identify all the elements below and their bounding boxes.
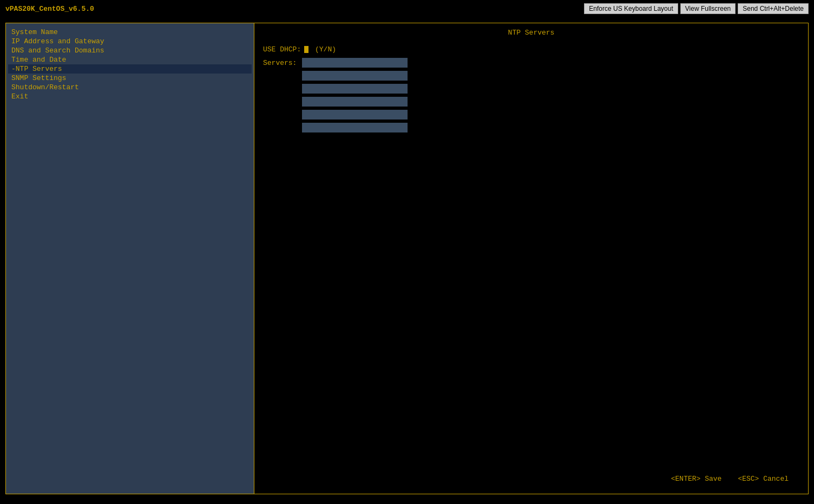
server-input-2[interactable] [302,71,408,81]
server-input-3[interactable] [302,84,408,94]
right-panel: NTP Servers USE DHCP: (Y/N) Servers: [254,23,809,494]
send-ctrl-alt-del-button[interactable]: Send Ctrl+Alt+Delete [738,3,809,14]
use-dhcp-row: USE DHCP: (Y/N) [263,45,799,54]
dhcp-cursor [304,46,308,53]
right-panel-title: NTP Servers [263,29,799,37]
main-content: System Name IP Address and Gateway DNS a… [0,17,814,500]
top-bar: vPAS20K_CentOS_v6.5.0 Enforce US Keyboar… [0,0,814,17]
servers-label: Servers: [263,59,297,67]
use-dhcp-value: (Y/N) [311,45,336,54]
menu-item-time-date[interactable]: Time and Date [8,55,252,64]
menu-item-ip-address[interactable]: IP Address and Gateway [8,37,252,46]
server-input-5[interactable] [302,110,408,120]
left-panel: System Name IP Address and Gateway DNS a… [5,23,254,494]
enforce-keyboard-button[interactable]: Enforce US Keyboard Layout [584,3,678,14]
menu-item-ntp-servers[interactable]: -NTP Servers [8,64,252,74]
server-input-4[interactable] [302,97,408,107]
menu-item-dns[interactable]: DNS and Search Domains [8,46,252,55]
menu-item-system-name[interactable]: System Name [8,28,252,37]
menu-item-shutdown[interactable]: Shutdown/Restart [8,83,252,92]
ntp-form: USE DHCP: (Y/N) Servers: [263,45,799,469]
esc-cancel-action[interactable]: <ESC> Cancel [738,475,789,483]
servers-row: Servers: [263,58,799,132]
view-fullscreen-button[interactable]: View Fullscreen [680,3,736,14]
toolbar-buttons: Enforce US Keyboard Layout View Fullscre… [584,3,809,14]
bottom-actions: <ENTER> Save <ESC> Cancel [263,469,799,488]
app-title: vPAS20K_CentOS_v6.5.0 [5,5,94,13]
server-input-1[interactable] [302,58,408,68]
menu-item-snmp[interactable]: SNMP Settings [8,74,252,83]
use-dhcp-label: USE DHCP: [263,45,301,54]
server-input-6[interactable] [302,123,408,132]
enter-save-action[interactable]: <ENTER> Save [671,475,722,483]
menu-item-exit[interactable]: Exit [8,92,252,101]
